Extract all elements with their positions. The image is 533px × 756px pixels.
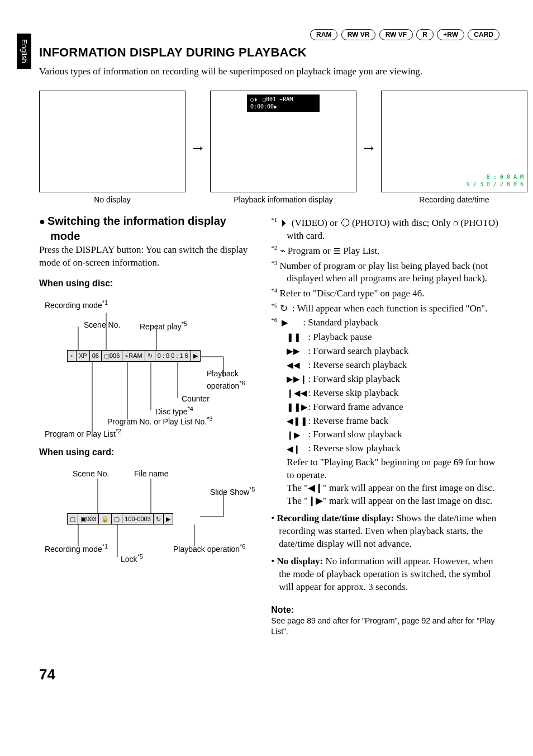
card-bar-seg: 🔒 <box>99 514 112 525</box>
op-text: Reverse search playback <box>313 360 407 370</box>
card-bar-seg: ▶ <box>164 514 173 525</box>
op-text: Reverse slow playback <box>313 443 401 453</box>
pill-r: R <box>416 29 434 40</box>
op-symbol: ❙▶ <box>287 429 303 441</box>
footnote-1: *1 ⏵ (VIDEO) or ◯ (PHOTO) with disc; Onl… <box>271 216 499 243</box>
label-card-slide-show: Slide Show*5 <box>210 485 255 498</box>
ops-tail-1: Refer to "Playing Back" beginning on pag… <box>271 456 499 482</box>
card-bar-seg: 100-0003 <box>122 514 154 525</box>
label-recording-mode: Recording mode*1 <box>45 299 108 311</box>
flow-caption-2: Playback information display <box>210 195 356 205</box>
op-symbol: ❚❚▶ <box>287 401 303 413</box>
op-text: Playback pause <box>313 332 372 342</box>
disc-bar-seg: ↻ <box>145 351 155 361</box>
page-number: 74 <box>39 665 499 684</box>
op-symbol: ▶ <box>282 317 298 328</box>
op-symbol: ▶▶❙ <box>287 374 303 385</box>
pill-plusrw: +RW <box>437 29 464 40</box>
language-tab: English <box>17 34 31 69</box>
flow-box-1 <box>39 91 185 192</box>
op-text: Forward skip playback <box>313 374 400 384</box>
op-text: Forward search playback <box>313 346 408 356</box>
label-program-or-playlist: Program or Play List*2 <box>45 427 121 440</box>
disc-bar-seg: ⌁RAM <box>122 351 145 361</box>
label-card-file-name: File name <box>134 469 168 479</box>
disc-bar-seg: XP <box>77 351 90 361</box>
footnote-5: *5 ↻ : Will appear when each function is… <box>271 301 499 315</box>
note-heading: Note: <box>271 604 499 616</box>
ops-tail-3: The "❙▶" mark will appear on the last im… <box>271 495 499 508</box>
subheading-switch-mode: Switching the information display mode <box>39 214 255 244</box>
op-text: Reverse frame back <box>313 415 388 426</box>
switch-body: Press the DISPLAY button: You can switch… <box>39 244 255 270</box>
label-card-playback-op: Playback operation*6 <box>173 542 245 555</box>
op-text: Forward slow playback <box>313 429 402 440</box>
pill-card: CARD <box>468 29 499 40</box>
bullet-no-display: • No display: No information will appear… <box>271 555 499 594</box>
disc-osd-bar: ⌁ XP 06 ▢006 ⌁RAM ↻ 0 : 0 0 : 1 6 ▶ <box>67 350 201 362</box>
arrow-right-icon: → <box>190 137 206 158</box>
disc-bar-seg: 0 : 0 0 : 1 6 <box>155 351 191 361</box>
op-symbol: ❙◀◀ <box>287 388 303 399</box>
op-text: Standard playback <box>308 317 378 328</box>
op-symbol: ◀❚❚ <box>287 415 303 427</box>
datetime-overlay: 8 : 0 0 A M 9 / 3 0 / 2 0 0 6 <box>467 173 524 188</box>
pill-rwvf: RW VF <box>379 29 413 40</box>
pill-ram: RAM <box>310 29 337 40</box>
ops-tail-2: The "◀❙" mark will appear on the first i… <box>271 482 499 495</box>
card-bar-seg: ▢ <box>68 514 78 525</box>
when-disc-label: When using disc: <box>39 277 255 290</box>
label-playback-op: Playback operation*6 <box>207 368 255 391</box>
card-osd-bar: ▢ ▣003 🔒 ▢ 100-0003 ↻ ▶ <box>67 513 173 525</box>
bullet-recording-date: • Recording date/time display: Shows the… <box>271 512 499 551</box>
flow-caption-3: Recording date/time <box>381 195 527 205</box>
footnote-2: *2 ⌁ Program or ≣ Play List. <box>271 244 499 258</box>
footnote-4: *4 Refer to "Disc/Card type" on page 46. <box>271 286 499 300</box>
card-bar-seg: ▢ <box>112 514 122 525</box>
media-pill-row: RAM RW VR RW VF R +RW CARD <box>39 28 499 41</box>
flow-box-3: 8 : 0 0 A M 9 / 3 0 / 2 0 0 6 <box>381 91 527 192</box>
label-scene-no: Scene No. <box>84 320 120 330</box>
op-symbol: ❚❚ <box>287 332 303 343</box>
op-symbol: ◀◀ <box>287 360 303 371</box>
card-bar-seg: ↻ <box>154 514 164 525</box>
note-body: See page 89 and after for "Program", pag… <box>271 616 499 637</box>
pill-rwvr: RW VR <box>341 29 376 40</box>
disc-bar-seg: ⌁ <box>68 351 77 361</box>
label-card-lock: Lock*5 <box>121 552 143 565</box>
page-title: INFORMATION DISPLAY DURING PLAYBACK <box>39 44 499 61</box>
op-text: Forward frame advance <box>313 401 403 412</box>
footnote-6-sup: *6 <box>271 316 277 330</box>
op-symbol: ▶▶ <box>287 346 303 357</box>
label-card-recording-mode: Recording mode*1 <box>45 542 108 555</box>
intro-text: Various types of information on recordin… <box>39 65 499 78</box>
playback-info-bar: ◯⏵ ▢001 ⌁RAM 0:00:00▶ <box>247 94 320 112</box>
card-bar-seg: ▣003 <box>78 514 99 525</box>
op-symbol: ◀❙ <box>287 443 303 455</box>
label-counter: Counter <box>182 394 210 404</box>
flow-caption-1: No display <box>39 195 185 205</box>
label-card-scene-no: Scene No. <box>73 469 109 479</box>
arrow-right-icon: → <box>361 137 377 158</box>
disc-bar-seg: ▶ <box>191 351 200 361</box>
when-card-label: When using card: <box>39 446 255 459</box>
disc-bar-seg: ▢006 <box>102 351 122 361</box>
label-program-no: Program No. or Play List No.*3 <box>107 415 213 427</box>
op-text: Reverse skip playback <box>313 388 398 398</box>
flow-box-2: ◯⏵ ▢001 ⌁RAM 0:00:00▶ <box>210 91 356 192</box>
label-repeat-play: Repeat play*5 <box>140 320 187 332</box>
disc-bar-seg: 06 <box>90 351 102 361</box>
footnote-3: *3 Number of program or play list being … <box>271 259 499 286</box>
